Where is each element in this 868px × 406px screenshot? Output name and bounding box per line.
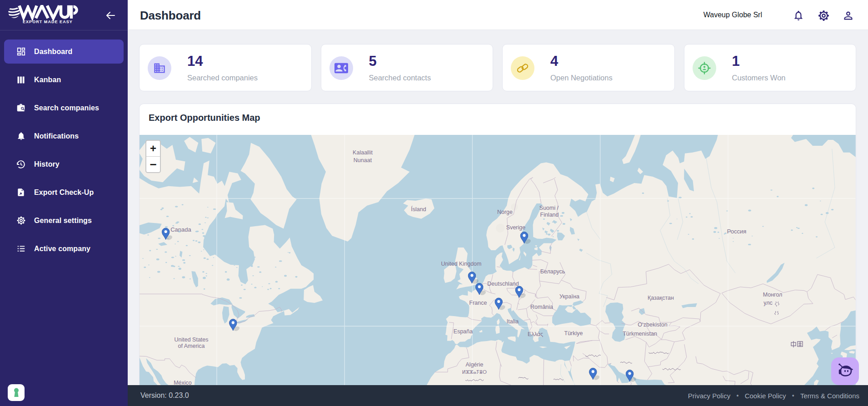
svg-text:of America: of America	[178, 343, 205, 349]
svg-text:Беларусь: Беларусь	[540, 268, 565, 275]
svg-text:Italia: Italia	[507, 318, 519, 325]
svg-text:Nunaat: Nunaat	[354, 157, 372, 163]
svg-text:O‘zbekiston: O‘zbekiston	[638, 322, 667, 328]
svg-text:EXPORT MADE EASY: EXPORT MADE EASY	[23, 20, 73, 24]
svg-text:România: România	[530, 304, 553, 310]
svg-text:ⵍⵣⵣⴰⵢⴻⵔ: ⵍⵣⵣⴰⵢⴻⵔ	[462, 369, 487, 375]
svg-text:улс: улс	[763, 300, 773, 306]
svg-text:France: France	[469, 300, 487, 306]
svg-text:Ísland: Ísland	[411, 206, 426, 213]
svg-text:Suomi /: Suomi /	[539, 205, 559, 211]
svg-text:Türkiye: Türkiye	[564, 330, 583, 337]
svg-text:United Kingdom: United Kingdom	[441, 261, 482, 267]
svg-text:Finland: Finland	[540, 212, 559, 218]
svg-text:España: España	[454, 328, 473, 335]
svg-text:Canada: Canada	[170, 226, 191, 233]
svg-text:Україна: Україна	[559, 293, 579, 300]
svg-text:Монгол: Монгол	[763, 292, 783, 298]
svg-text:Deutschland: Deutschland	[487, 281, 519, 287]
svg-text:Sverige: Sverige	[506, 224, 525, 231]
svg-text:Norge: Norge	[497, 209, 513, 215]
svg-text:United States: United States	[174, 337, 208, 343]
svg-text:Қазақстан: Қазақстан	[648, 295, 674, 301]
svg-text:Ελλάς: Ελλάς	[528, 331, 543, 337]
svg-text:Algérie: Algérie	[466, 361, 484, 368]
svg-text:Россия: Россия	[727, 228, 747, 235]
svg-text:Kalaallit: Kalaallit	[353, 149, 373, 156]
svg-text:Türkmenistan: Türkmenistan	[623, 331, 657, 337]
